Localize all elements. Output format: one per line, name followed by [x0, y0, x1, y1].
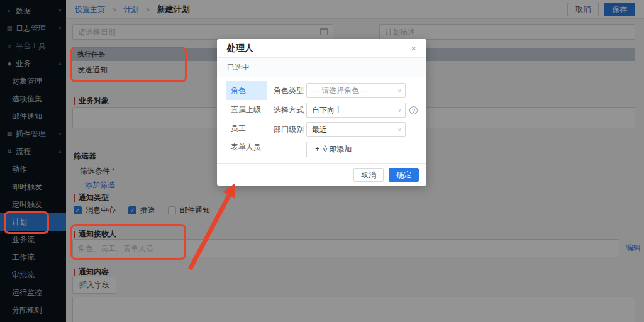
add-now-button[interactable]: + 立即添加	[306, 142, 360, 157]
tab-direct-superior[interactable]: 直属上级	[226, 100, 267, 119]
plus-icon: +	[315, 145, 319, 153]
tab-role[interactable]: 角色	[226, 81, 267, 100]
chevron-down-icon: ∨	[397, 88, 401, 94]
form-row: 角色类型 --- 请选择角色 --- ∨	[274, 83, 418, 98]
chevron-down-icon: ∨	[397, 108, 401, 113]
department-level-label: 部门级别	[274, 125, 306, 135]
department-level-select[interactable]: 最近 ∨	[306, 122, 406, 137]
close-icon[interactable]: ×	[411, 43, 416, 53]
select-value: --- 请选择角色 ---	[312, 86, 369, 96]
modal-cancel-button[interactable]: 取消	[353, 168, 384, 182]
form-row: 选择方式 自下向上 ∨ ?	[274, 103, 418, 118]
selection-mode-select[interactable]: 自下向上 ∨	[306, 103, 406, 118]
modal-header: 处理人 ×	[217, 39, 426, 58]
tab-form-personnel[interactable]: 表单人员	[226, 138, 267, 157]
modal-title: 处理人	[227, 43, 253, 54]
selected-summary: 已选中	[217, 58, 426, 77]
role-type-label: 角色类型	[274, 86, 306, 96]
tab-employee[interactable]: 员工	[226, 119, 267, 138]
role-type-select[interactable]: --- 请选择角色 --- ∨	[306, 83, 406, 98]
handler-modal: 处理人 × 已选中 角色 直属上级 员工 表单人员 角色类型 --- 请选择角色…	[217, 39, 426, 186]
role-form: 角色类型 --- 请选择角色 --- ∨ 选择方式 自下向上 ∨ ? 部门级别 …	[267, 81, 418, 163]
chevron-down-icon: ∨	[397, 127, 401, 133]
help-icon[interactable]: ?	[409, 106, 418, 114]
modal-body: 角色 直属上级 员工 表单人员 角色类型 --- 请选择角色 --- ∨ 选择方…	[217, 77, 426, 163]
select-value: 自下向上	[312, 105, 342, 116]
button-label: 立即添加	[321, 145, 352, 153]
selection-mode-label: 选择方式	[274, 105, 306, 116]
handler-type-tabs: 角色 直属上级 员工 表单人员	[226, 81, 267, 163]
form-row: 部门级别 最近 ∨	[274, 122, 418, 137]
select-value: 最近	[312, 125, 327, 135]
modal-ok-button[interactable]: 确定	[389, 168, 419, 182]
modal-footer: 取消 确定	[217, 163, 426, 186]
